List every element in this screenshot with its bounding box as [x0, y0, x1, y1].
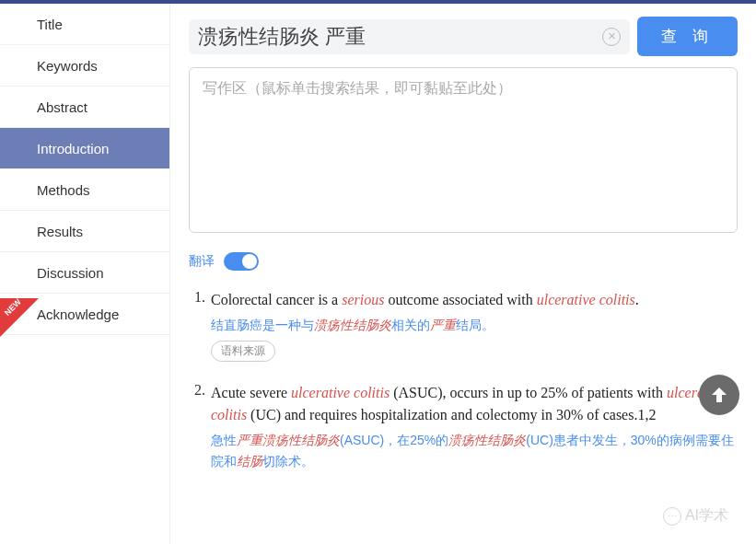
sidebar-item-discussion[interactable]: Discussion [0, 252, 169, 294]
search-row: ✕ 查 询 [189, 17, 738, 56]
search-input[interactable] [198, 25, 597, 49]
result-chinese: 结直肠癌是一种与溃疡性结肠炎相关的严重结局。 [211, 315, 738, 335]
scroll-top-button[interactable] [699, 375, 739, 415]
search-box: ✕ [189, 19, 630, 54]
result-body: Acute severe ulcerative colitis (ASUC), … [211, 382, 738, 477]
results-list: 1.Colorectal cancer is a serious outcome… [189, 289, 738, 477]
clear-icon[interactable]: ✕ [602, 28, 621, 46]
arrow-up-icon [708, 384, 730, 406]
translate-row: 翻译 [189, 252, 738, 271]
sidebar-item-title[interactable]: Title [0, 4, 169, 45]
result-body: Colorectal cancer is a serious outcome a… [211, 289, 738, 362]
wechat-icon: ⋯ [663, 507, 681, 526]
watermark: ⋯ AI学术 [663, 506, 728, 526]
result-item[interactable]: 2.Acute severe ulcerative colitis (ASUC)… [189, 382, 738, 477]
sidebar-item-methods[interactable]: Methods [0, 169, 169, 211]
new-badge: NEW [0, 298, 39, 339]
main-panel: ✕ 查 询 翻译 1.Colorectal cancer is a seriou… [170, 4, 756, 544]
translate-toggle[interactable] [224, 252, 259, 271]
sidebar-item-introduction[interactable]: Introduction [0, 128, 169, 169]
sidebar-item-keywords[interactable]: Keywords [0, 45, 169, 87]
watermark-text: AI学术 [685, 506, 728, 526]
writing-area[interactable] [189, 67, 738, 233]
result-number: 2. [189, 382, 211, 477]
result-number: 1. [189, 289, 211, 362]
result-chinese: 急性严重溃疡性结肠炎(ASUC)，在25%的溃疡性结肠炎(UC)患者中发生，30… [211, 430, 738, 471]
sidebar-item-results[interactable]: Results [0, 211, 169, 252]
source-button[interactable]: 语料来源 [211, 341, 275, 362]
sidebar: TitleKeywordsAbstractIntroductionMethods… [0, 4, 170, 544]
result-english: Acute severe ulcerative colitis (ASUC), … [211, 382, 738, 426]
query-button[interactable]: 查 询 [637, 17, 738, 56]
result-item[interactable]: 1.Colorectal cancer is a serious outcome… [189, 289, 738, 362]
translate-label: 翻译 [189, 253, 215, 270]
result-english: Colorectal cancer is a serious outcome a… [211, 289, 738, 311]
sidebar-item-abstract[interactable]: Abstract [0, 87, 169, 128]
container: TitleKeywordsAbstractIntroductionMethods… [0, 4, 756, 544]
